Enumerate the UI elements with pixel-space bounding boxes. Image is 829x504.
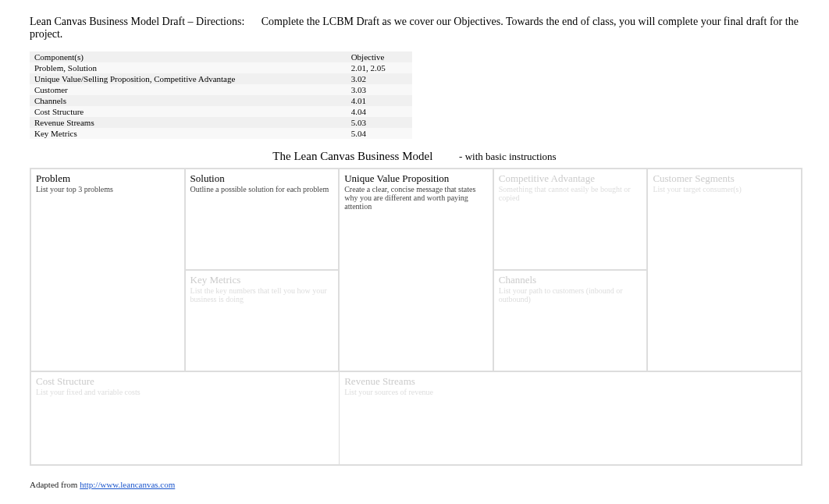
adapted-prefix: Adapted from bbox=[30, 480, 80, 489]
cell-component: Problem, Solution bbox=[30, 62, 347, 73]
col-components: Component(s) bbox=[30, 51, 347, 62]
cell-objective: 3.02 bbox=[347, 73, 412, 84]
cell-component: Channels bbox=[30, 95, 347, 106]
adapted-from: Adapted from http://www.leancanvas.com bbox=[30, 480, 799, 489]
table-row: Problem, Solution2.01, 2.05 bbox=[30, 62, 412, 73]
cell-title: Unique Value Proposition bbox=[344, 172, 488, 185]
cell-customer-segments: Customer Segments List your target consu… bbox=[647, 169, 802, 371]
cell-desc: List your top 3 problems bbox=[36, 185, 180, 193]
table-row: Revenue Streams5.03 bbox=[30, 117, 412, 128]
cell-component: Unique Value/Selling Proposition, Compet… bbox=[30, 73, 347, 84]
cell-title: Solution bbox=[190, 172, 334, 185]
canvas-subtitle: - with basic instructions bbox=[459, 151, 557, 162]
cell-desc: List your sources of revenue bbox=[344, 388, 796, 396]
cell-title: Key Metrics bbox=[190, 274, 334, 286]
table-row: Channels4.01 bbox=[30, 95, 412, 106]
table-row: Key Metrics5.04 bbox=[30, 128, 412, 139]
cell-component: Customer bbox=[30, 84, 347, 95]
cell-desc: List the key numbers that tell you how y… bbox=[190, 286, 334, 303]
table-row: Customer3.03 bbox=[30, 84, 412, 95]
cell-title: Channels bbox=[499, 274, 642, 286]
cell-desc: List your fixed and variable costs bbox=[36, 388, 334, 396]
cell-title: Cost Structure bbox=[36, 375, 334, 388]
cell-component: Revenue Streams bbox=[30, 117, 347, 128]
cell-desc: Outline a possible solution for each pro… bbox=[190, 185, 334, 193]
cell-title: Competitive Advantage bbox=[499, 172, 642, 185]
cell-uvp: Unique Value Proposition Create a clear,… bbox=[339, 169, 493, 371]
col-objective: Objective bbox=[347, 51, 412, 62]
cell-objective: 5.03 bbox=[347, 117, 412, 128]
canvas-title: The Lean Canvas Business Model bbox=[272, 150, 432, 162]
table-header-row: Component(s) Objective bbox=[30, 51, 412, 62]
cell-desc: Something that cannot easily be bought o… bbox=[499, 185, 642, 202]
table-row: Cost Structure4.04 bbox=[30, 106, 412, 117]
objectives-table: Component(s) Objective Problem, Solution… bbox=[30, 51, 412, 139]
cell-competitive-advantage: Competitive Advantage Something that can… bbox=[493, 169, 648, 270]
cell-desc: List your target consumer(s) bbox=[653, 185, 796, 193]
cell-objective: 5.04 bbox=[347, 128, 412, 139]
cell-title: Revenue Streams bbox=[344, 375, 796, 388]
source-link[interactable]: http://www.leancanvas.com bbox=[80, 480, 175, 489]
cell-objective: 4.04 bbox=[347, 106, 412, 117]
header-title: Lean Canvas Business Model Draft – Direc… bbox=[30, 16, 244, 27]
cell-title: Customer Segments bbox=[653, 172, 796, 185]
cell-key-metrics: Key Metrics List the key numbers that te… bbox=[185, 270, 340, 371]
cell-desc: List your path to customers (inbound or … bbox=[499, 286, 642, 303]
cell-objective: 3.03 bbox=[347, 84, 412, 95]
cell-channels: Channels List your path to customers (in… bbox=[493, 270, 648, 371]
cell-cost-structure: Cost Structure List your fixed and varia… bbox=[30, 371, 339, 465]
cell-component: Key Metrics bbox=[30, 128, 347, 139]
cell-objective: 2.01, 2.05 bbox=[347, 62, 412, 73]
cell-objective: 4.01 bbox=[347, 95, 412, 106]
cell-revenue-streams: Revenue Streams List your sources of rev… bbox=[339, 371, 802, 465]
cell-component: Cost Structure bbox=[30, 106, 347, 117]
cell-solution: Solution Outline a possible solution for… bbox=[185, 169, 340, 270]
cell-title: Problem bbox=[36, 172, 180, 185]
cell-desc: Create a clear, concise message that sta… bbox=[344, 185, 488, 211]
table-row: Unique Value/Selling Proposition, Compet… bbox=[30, 73, 412, 84]
cell-problem: Problem List your top 3 problems bbox=[30, 169, 185, 371]
canvas-heading: The Lean Canvas Business Model - with ba… bbox=[30, 150, 799, 163]
lean-canvas-grid: Problem List your top 3 problems Solutio… bbox=[30, 168, 802, 466]
page-header: Lean Canvas Business Model Draft – Direc… bbox=[30, 16, 799, 41]
